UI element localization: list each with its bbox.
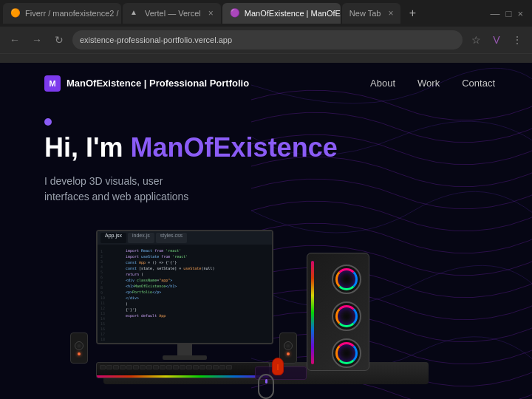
hero-subtitle-line2: interfaces and web applications <box>44 191 188 202</box>
portfolio-favicon: 🟣 <box>230 8 240 18</box>
code-line-numbers: 12345 678910 1112131415 1617181920 <box>100 248 123 344</box>
code-editor-tabs: App.jsx index.js styles.css <box>98 231 272 245</box>
tower-rgb-strip <box>311 261 314 364</box>
key-20 <box>226 365 232 369</box>
nav-about[interactable]: About <box>370 78 395 89</box>
keyboard-rgb <box>97 375 269 378</box>
mouse-scroll-wheel <box>278 364 279 370</box>
key-15 <box>193 365 199 369</box>
hero-subtitle-line1: I develop 3D visuals, user <box>44 175 163 187</box>
monitor-screen: App.jsx index.js styles.css 12345 678910… <box>96 230 273 344</box>
key-18 <box>213 365 219 369</box>
key-6 <box>133 365 139 369</box>
key-13 <box>180 365 185 369</box>
scroll-indicator <box>258 374 274 399</box>
speaker-right-led <box>287 352 290 355</box>
tab-portfolio[interactable]: 🟣 ManOfExistence | ManOfExiste... × <box>222 3 341 24</box>
mouse-icon <box>258 374 274 399</box>
menu-button[interactable]: ⋮ <box>508 31 526 49</box>
pc-tower <box>307 253 369 371</box>
browser-actions: ☆ V ⋮ <box>467 31 526 49</box>
browser-chrome: 🟠 Fiverr / manofexistence2 / Cre... × ▲ … <box>0 0 532 63</box>
speaker-left-driver <box>75 341 83 350</box>
tab-vercel-close[interactable]: × <box>208 8 214 18</box>
monitor-stand-base <box>163 355 207 360</box>
key-9 <box>153 365 159 369</box>
code-body: import React from 'react' import useStat… <box>126 248 269 344</box>
tab-vercel[interactable]: ▲ Vertel — Vercel × <box>123 3 221 24</box>
key-14 <box>186 365 192 369</box>
key-5 <box>126 365 132 369</box>
navbar: M ManOfExistence | Professional Portfoli… <box>0 63 532 103</box>
fiverr-favicon: 🟠 <box>10 8 21 18</box>
hero-subtitle: I develop 3D visuals, user interfaces an… <box>44 174 236 205</box>
key-12 <box>173 365 179 369</box>
logo-text: ManOfExistence | Professional Portfolio <box>66 78 249 89</box>
monitor: App.jsx index.js styles.css 12345 678910… <box>96 230 273 366</box>
hero-greeting: Hi, I'm <box>44 132 131 163</box>
key-3 <box>113 365 119 369</box>
tab-newtab[interactable]: New Tab × <box>342 3 401 24</box>
keyboard <box>96 362 270 378</box>
extensions-button[interactable]: V <box>488 31 505 49</box>
tab-newtab-close[interactable]: × <box>388 8 393 18</box>
address-bar-row: ← → ↻ existence-professional-portfolio.v… <box>0 27 532 53</box>
key-19 <box>219 365 225 369</box>
fan-rgb-top <box>335 268 358 290</box>
key-7 <box>140 365 146 369</box>
bookmark-button[interactable]: ☆ <box>467 31 485 49</box>
toolbar-row <box>0 53 532 63</box>
key-8 <box>146 365 152 369</box>
logo-area: M ManOfExistence | Professional Portfoli… <box>44 75 249 92</box>
code-tab-2: index.js <box>128 233 154 243</box>
code-editor: App.jsx index.js styles.css 12345 678910… <box>98 231 272 343</box>
logo-icon-letter: M <box>49 79 55 88</box>
minimize-button[interactable]: — <box>491 8 500 19</box>
tower-fan-bot <box>332 338 361 368</box>
mouse-body <box>272 358 284 375</box>
key-10 <box>160 365 166 369</box>
key-17 <box>206 365 212 369</box>
logo-icon: M <box>44 75 61 92</box>
key-2 <box>106 365 112 369</box>
close-button[interactable]: × <box>517 8 523 19</box>
new-tab-button[interactable]: + <box>402 3 423 24</box>
address-bar[interactable]: existence-professional-portfolio.vercel.… <box>72 30 463 50</box>
tab-portfolio-label: ManOfExistence | ManOfExiste... <box>245 9 341 18</box>
maximize-button[interactable]: □ <box>506 8 512 19</box>
tab-fiverr[interactable]: 🟠 Fiverr / manofexistence2 / Cre... × <box>3 3 121 24</box>
fan-rgb-mid <box>335 305 358 327</box>
code-tab-active: App.jsx <box>100 233 126 243</box>
code-content: 12345 678910 1112131415 1617181920 impor… <box>98 245 272 344</box>
mouse-icon-dot <box>265 379 267 383</box>
tower-fan-top <box>332 265 361 294</box>
fan-rgb-bot <box>335 342 358 364</box>
speaker-right-driver <box>284 341 293 350</box>
key-11 <box>166 365 172 369</box>
reload-button[interactable]: ↻ <box>50 31 68 49</box>
tab-vercel-label: Vertel — Vercel <box>145 9 201 18</box>
key-4 <box>120 365 126 369</box>
monitor-stand-neck <box>177 344 192 355</box>
tab-newtab-label: New Tab <box>349 9 381 18</box>
key-16 <box>200 365 205 369</box>
nav-links: About Work Contact <box>370 78 495 89</box>
accent-dot <box>44 118 52 126</box>
hero-section: Hi, I'm ManOfExistence I develop 3D visu… <box>0 103 532 219</box>
hero-name: ManOfExistence <box>131 132 338 163</box>
code-tab-3: styles.css <box>156 233 187 243</box>
nav-contact[interactable]: Contact <box>462 78 495 89</box>
forward-button[interactable]: → <box>28 31 46 49</box>
mouse <box>272 358 284 375</box>
speaker-left-led <box>78 352 81 355</box>
nav-work[interactable]: Work <box>417 78 440 89</box>
vercel-favicon: ▲ <box>130 8 140 18</box>
back-button[interactable]: ← <box>6 31 24 49</box>
speaker-left <box>70 332 88 364</box>
tab-bar: 🟠 Fiverr / manofexistence2 / Cre... × ▲ … <box>0 0 532 27</box>
website: M ManOfExistence | Professional Portfoli… <box>0 63 532 399</box>
tab-fiverr-label: Fiverr / manofexistence2 / Cre... <box>25 9 121 18</box>
key-1 <box>100 365 106 369</box>
tower-fan-mid <box>332 301 361 331</box>
hero-title: Hi, I'm ManOfExistence <box>44 133 488 163</box>
